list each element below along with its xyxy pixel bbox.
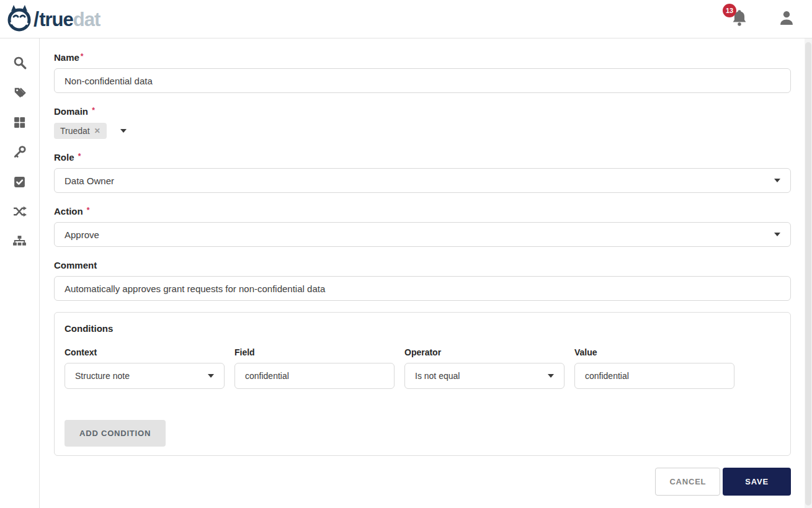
value-input[interactable] [574, 363, 734, 389]
sidebar-item-search[interactable] [7, 49, 32, 79]
sidebar-item-lineage[interactable] [7, 198, 32, 228]
form-footer: CANCEL SAVE [54, 468, 791, 496]
sidebar-nav [0, 38, 40, 508]
condition-operator-col: Operator Is not equal [404, 347, 564, 389]
bell-icon [731, 19, 747, 29]
required-asterisk: * [78, 152, 81, 161]
role-select[interactable]: Data Owner [54, 168, 791, 193]
condition-context-col: Context Structure note [65, 347, 225, 389]
cancel-button[interactable]: CANCEL [655, 468, 720, 496]
context-select[interactable]: Structure note [65, 363, 225, 389]
brand-wordmark: /truedat [33, 7, 100, 31]
role-selected-value: Data Owner [65, 176, 114, 186]
condition-value-col: Value [574, 347, 734, 389]
domain-chip: Truedat ✕ [54, 123, 107, 139]
required-asterisk: * [81, 52, 84, 61]
field-label: Field [234, 347, 395, 357]
truedat-logo[interactable]: /truedat [6, 4, 100, 35]
conditions-section: Conditions Context Structure note Field … [54, 312, 791, 456]
name-field-block: Name* [54, 52, 791, 93]
action-selected-value: Approve [65, 229, 99, 240]
sidebar-item-organization[interactable] [7, 228, 32, 257]
chevron-down-icon [774, 179, 780, 182]
name-label: Name* [54, 52, 791, 63]
required-asterisk: * [87, 206, 90, 215]
notification-count-badge: 13 [723, 4, 736, 17]
save-button[interactable]: SAVE [723, 468, 791, 496]
scrollbar-thumb[interactable] [805, 42, 811, 506]
page-scrollbar[interactable] [805, 38, 812, 508]
chip-remove-icon[interactable]: ✕ [94, 127, 100, 135]
app-header: /truedat 13 [0, 0, 812, 38]
operator-label: Operator [404, 347, 564, 357]
context-label: Context [65, 347, 225, 357]
domain-label: Domain * [54, 106, 791, 117]
tags-icon [13, 86, 27, 102]
name-input[interactable] [54, 68, 791, 93]
action-field-block: Action * Approve [54, 206, 791, 247]
context-selected-value: Structure note [75, 371, 130, 381]
key-icon [13, 145, 27, 161]
sidebar-item-permissions[interactable] [7, 138, 32, 168]
operator-selected-value: Is not equal [415, 371, 460, 381]
owl-icon [6, 4, 32, 35]
chevron-down-icon [774, 233, 780, 236]
chevron-down-icon [208, 374, 214, 378]
sitemap-icon [12, 234, 27, 251]
action-label: Action * [54, 206, 791, 216]
comment-input[interactable] [54, 276, 791, 301]
add-condition-button[interactable]: ADD CONDITION [65, 420, 166, 447]
domain-dropdown-caret-icon[interactable] [120, 129, 127, 133]
search-icon [13, 56, 27, 72]
user-menu-button[interactable] [779, 9, 795, 29]
required-asterisk: * [92, 106, 95, 115]
grid-icon [13, 116, 26, 131]
comment-label: Comment [54, 260, 791, 270]
sidebar-item-catalog[interactable] [7, 109, 32, 138]
shuffle-icon [12, 205, 27, 221]
condition-row: Context Structure note Field Operator Is… [65, 347, 780, 389]
field-input[interactable] [234, 363, 395, 389]
chevron-down-icon [548, 374, 554, 378]
domain-field-block: Domain * Truedat ✕ [54, 106, 791, 139]
conditions-title: Conditions [65, 323, 780, 334]
domain-chip-label: Truedat [60, 126, 90, 136]
notifications-button[interactable]: 13 [731, 9, 749, 30]
operator-select[interactable]: Is not equal [404, 363, 564, 389]
approval-rule-form: Name* Domain * Truedat ✕ Role * Data Own… [40, 38, 805, 508]
action-select[interactable]: Approve [54, 222, 791, 247]
condition-field-col: Field [234, 347, 395, 389]
role-label: Role * [54, 152, 791, 163]
sidebar-item-glossary[interactable] [7, 79, 32, 109]
comment-field-block: Comment [54, 260, 791, 301]
check-square-icon [13, 176, 26, 191]
value-label: Value [574, 347, 734, 357]
role-field-block: Role * Data Owner [54, 152, 791, 193]
sidebar-item-quality[interactable] [7, 168, 32, 198]
